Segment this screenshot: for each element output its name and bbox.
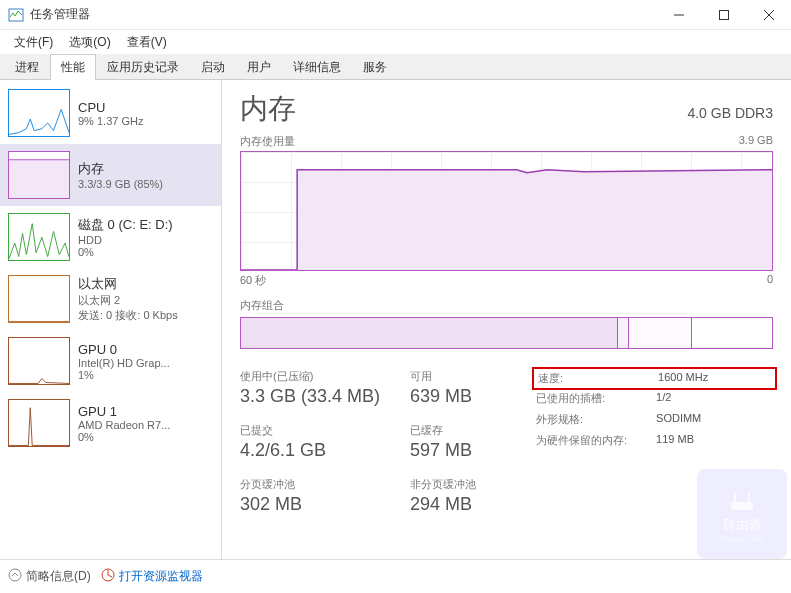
disk-thumb: [8, 213, 70, 261]
sidebar-detail-gpu0-pct: 1%: [78, 369, 213, 381]
info-row-reserved: 为硬件保留的内存:119 MB: [536, 430, 773, 451]
form-value: SODIMM: [656, 412, 701, 427]
tab-startup[interactable]: 启动: [190, 54, 236, 80]
form-label: 外形规格:: [536, 412, 656, 427]
svg-point-7: [9, 569, 21, 581]
sidebar-label-memory: 内存: [78, 160, 213, 178]
sidebar-label-cpu: CPU: [78, 100, 213, 115]
cached-value: 597 MB: [410, 440, 476, 461]
memory-usage-chart: [240, 151, 773, 271]
nonpaged-value: 294 MB: [410, 494, 476, 515]
cached-label: 已缓存: [410, 423, 476, 438]
watermark-url: luyouqi.com: [721, 534, 764, 543]
paged-value: 302 MB: [240, 494, 380, 515]
tab-apphistory[interactable]: 应用历史记录: [96, 54, 190, 80]
inuse-label: 使用中(已压缩): [240, 369, 380, 384]
inuse-value: 3.3 GB (33.4 MB): [240, 386, 380, 407]
committed-label: 已提交: [240, 423, 380, 438]
comp-seg-free: [692, 318, 772, 348]
watermark-name: 路由器: [723, 516, 762, 534]
brief-label: 简略信息(D): [26, 568, 91, 585]
perf-sidebar: CPU9% 1.37 GHz 内存3.3/3.9 GB (85%) 磁盘 0 (…: [0, 80, 222, 559]
speed-value: 1600 MHz: [658, 371, 708, 386]
sidebar-detail-ethernet-adapter: 以太网 2: [78, 293, 213, 308]
window-buttons: [656, 0, 791, 29]
menu-file[interactable]: 文件(F): [8, 32, 59, 53]
stats-row: 使用中(已压缩)3.3 GB (33.4 MB) 已提交4.2/6.1 GB 分…: [240, 369, 773, 515]
info-row-form: 外形规格:SODIMM: [536, 409, 773, 430]
router-icon: [727, 486, 757, 516]
chevron-up-icon: [8, 568, 22, 585]
svg-rect-2: [719, 10, 728, 19]
sidebar-item-gpu0[interactable]: GPU 0Intel(R) HD Grap...1%: [0, 330, 221, 392]
svg-marker-5: [9, 160, 69, 199]
info-row-speed: 速度:1600 MHz: [532, 367, 777, 390]
comp-seg-standby: [629, 318, 693, 348]
sidebar-detail-ethernet-rate: 发送: 0 接收: 0 Kbps: [78, 308, 213, 323]
avail-label: 可用: [410, 369, 476, 384]
comp-seg-modified: [618, 318, 629, 348]
sidebar-detail-gpu1-pct: 0%: [78, 431, 213, 443]
svg-marker-6: [241, 170, 772, 270]
minimize-button[interactable]: [656, 0, 701, 29]
usage-chart-label: 内存使用量: [240, 134, 295, 149]
gpu0-thumb: [8, 337, 70, 385]
sidebar-item-cpu[interactable]: CPU9% 1.37 GHz: [0, 82, 221, 144]
sidebar-label-gpu1: GPU 1: [78, 404, 213, 419]
sidebar-item-disk[interactable]: 磁盘 0 (C: E: D:)HDD0%: [0, 206, 221, 268]
resmon-label: 打开资源监视器: [119, 568, 203, 585]
committed-value: 4.2/6.1 GB: [240, 440, 380, 461]
memory-composition-bar: [240, 317, 773, 349]
paged-label: 分页缓冲池: [240, 477, 380, 492]
sidebar-item-memory[interactable]: 内存3.3/3.9 GB (85%): [0, 144, 221, 206]
speed-label: 速度:: [538, 371, 658, 386]
svg-rect-11: [731, 502, 753, 510]
svg-line-10: [108, 575, 112, 577]
tab-performance[interactable]: 性能: [50, 54, 96, 80]
comp-seg-inuse: [241, 318, 618, 348]
tabbar: 进程 性能 应用历史记录 启动 用户 详细信息 服务: [0, 54, 791, 80]
tab-services[interactable]: 服务: [352, 54, 398, 80]
resmon-icon: [101, 568, 115, 585]
chart-x-left: 60 秒: [240, 273, 266, 288]
reserved-label: 为硬件保留的内存:: [536, 433, 656, 448]
menubar: 文件(F) 选项(O) 查看(V): [0, 30, 791, 54]
app-icon: [8, 7, 24, 23]
nonpaged-label: 非分页缓冲池: [410, 477, 476, 492]
sidebar-label-gpu0: GPU 0: [78, 342, 213, 357]
slots-label: 已使用的插槽:: [536, 391, 656, 406]
open-resmon[interactable]: 打开资源监视器: [101, 568, 203, 585]
close-button[interactable]: [746, 0, 791, 29]
sidebar-detail-disk-pct: 0%: [78, 246, 213, 258]
sidebar-detail-memory: 3.3/3.9 GB (85%): [78, 178, 213, 190]
chart-x-right: 0: [767, 273, 773, 288]
sidebar-detail-gpu0-model: Intel(R) HD Grap...: [78, 357, 213, 369]
usage-chart-max: 3.9 GB: [739, 134, 773, 149]
reserved-value: 119 MB: [656, 433, 694, 448]
tab-processes[interactable]: 进程: [4, 54, 50, 80]
page-title: 内存: [240, 90, 296, 128]
composition-label: 内存组合: [240, 298, 773, 313]
avail-value: 639 MB: [410, 386, 476, 407]
sidebar-detail-gpu1-model: AMD Radeon R7...: [78, 419, 213, 431]
menu-options[interactable]: 选项(O): [63, 32, 116, 53]
footer: 简略信息(D) 打开资源监视器: [0, 559, 791, 593]
sidebar-item-gpu1[interactable]: GPU 1AMD Radeon R7...0%: [0, 392, 221, 454]
watermark: 路由器 luyouqi.com: [697, 469, 787, 559]
titlebar: 任务管理器: [0, 0, 791, 30]
brief-toggle[interactable]: 简略信息(D): [8, 568, 91, 585]
memory-capacity: 4.0 GB DDR3: [687, 105, 773, 121]
tab-users[interactable]: 用户: [236, 54, 282, 80]
sidebar-detail-disk-type: HDD: [78, 234, 213, 246]
content: CPU9% 1.37 GHz 内存3.3/3.9 GB (85%) 磁盘 0 (…: [0, 80, 791, 559]
sidebar-detail-cpu: 9% 1.37 GHz: [78, 115, 213, 127]
info-row-slots: 已使用的插槽:1/2: [536, 388, 773, 409]
sidebar-label-ethernet: 以太网: [78, 275, 213, 293]
ethernet-thumb: [8, 275, 70, 323]
window-title: 任务管理器: [30, 6, 656, 23]
tab-details[interactable]: 详细信息: [282, 54, 352, 80]
sidebar-label-disk: 磁盘 0 (C: E: D:): [78, 216, 213, 234]
maximize-button[interactable]: [701, 0, 746, 29]
menu-view[interactable]: 查看(V): [121, 32, 173, 53]
sidebar-item-ethernet[interactable]: 以太网以太网 2发送: 0 接收: 0 Kbps: [0, 268, 221, 330]
